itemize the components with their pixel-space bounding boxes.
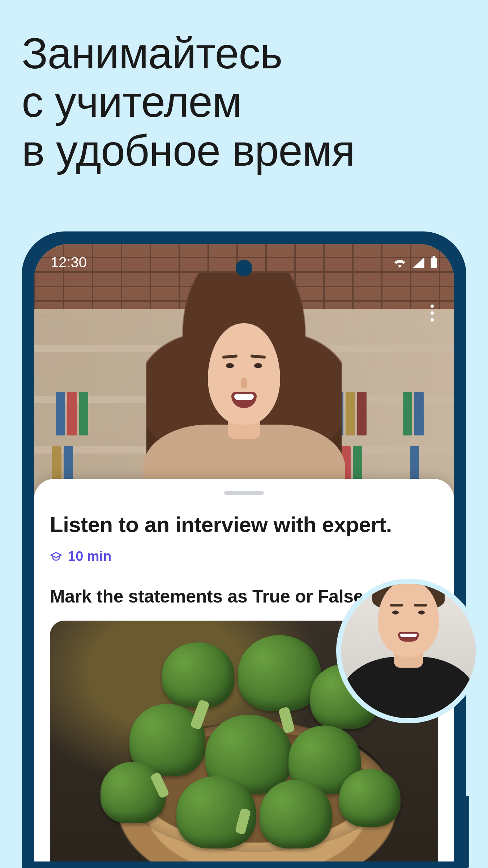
phone-screen: 12:30 Listen to an interview with expert… [34,244,454,861]
graduation-cap-icon [50,550,62,563]
student-video-pip[interactable] [336,579,481,723]
svg-rect-1 [433,256,435,258]
sheet-drag-handle[interactable] [224,491,264,495]
task-title: Listen to an interview with expert. [50,511,438,538]
phone-mockup: 12:30 Listen to an interview with expert… [22,231,466,868]
battery-icon [430,256,437,269]
camera-notch [236,260,252,276]
status-icons [393,256,437,269]
task-duration: 10 min [50,549,438,564]
promo-headline: Занимайтесь с учителем в удобное время [22,29,355,175]
teacher-avatar [121,273,367,504]
phone-frame: 12:30 Listen to an interview with expert… [22,231,466,868]
teacher-video[interactable] [34,244,454,504]
svg-rect-0 [431,258,437,268]
signal-icon [412,256,425,268]
wifi-icon [393,256,407,268]
task-duration-text: 10 min [68,549,111,564]
status-time: 12:30 [51,254,87,271]
overflow-menu-button[interactable] [428,302,437,324]
